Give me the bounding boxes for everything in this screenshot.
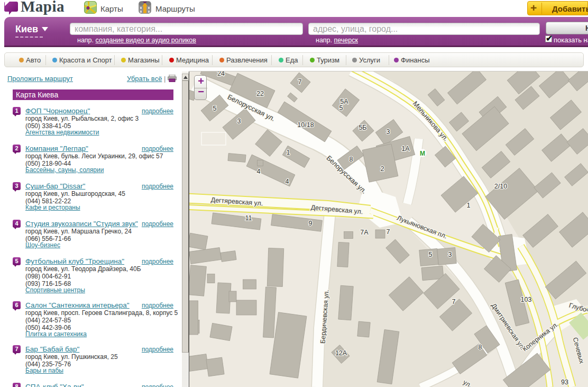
svg-text:8: 8	[479, 344, 482, 351]
svg-text:1А: 1А	[401, 145, 410, 152]
svg-text:9: 9	[309, 220, 313, 227]
svg-text:5: 5	[213, 105, 217, 112]
svg-text:11: 11	[245, 214, 252, 222]
svg-text:3: 3	[237, 118, 241, 125]
svg-text:4: 4	[286, 178, 289, 185]
svg-text:2: 2	[381, 165, 384, 173]
svg-text:10/18: 10/18	[297, 121, 314, 129]
svg-text:93: 93	[561, 379, 568, 386]
svg-text:5: 5	[339, 104, 343, 112]
svg-text:1: 1	[467, 202, 471, 209]
svg-text:4: 4	[257, 168, 261, 175]
svg-text:24: 24	[217, 71, 225, 77]
svg-text:7: 7	[387, 228, 390, 236]
svg-text:103: 103	[521, 296, 532, 303]
svg-text:3: 3	[387, 128, 390, 136]
svg-text:3: 3	[448, 251, 452, 258]
svg-text:7А: 7А	[360, 229, 369, 236]
svg-text:1: 1	[287, 149, 290, 156]
svg-text:2/10: 2/10	[494, 183, 507, 190]
svg-text:12А: 12А	[335, 349, 347, 357]
svg-text:8: 8	[350, 156, 353, 163]
svg-text:5Б: 5Б	[359, 124, 366, 131]
svg-text:М: М	[420, 150, 425, 157]
svg-text:5: 5	[429, 251, 433, 258]
svg-text:7: 7	[298, 78, 302, 86]
svg-text:22: 22	[256, 90, 264, 97]
svg-text:7: 7	[452, 298, 456, 305]
